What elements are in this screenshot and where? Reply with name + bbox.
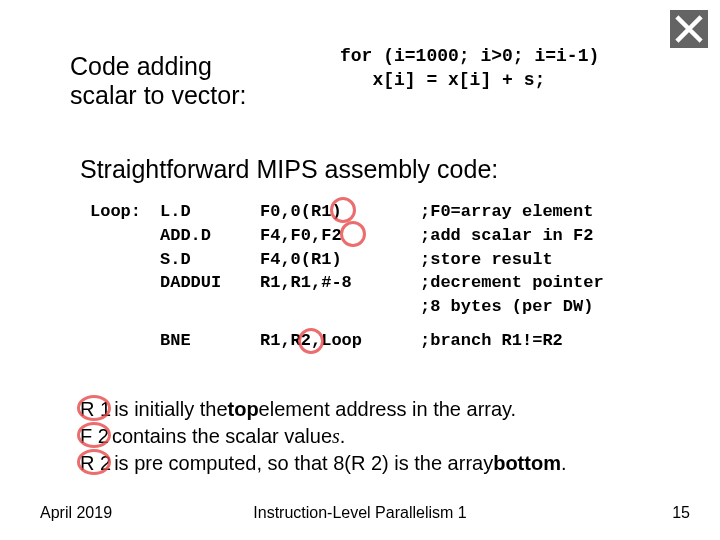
note-row: R 1 is initially the top element address… bbox=[80, 396, 567, 423]
slide-footer: April 2019 Instruction-Level Parallelism… bbox=[0, 504, 720, 522]
note-row: F 2 contains the scalar value s . bbox=[80, 423, 567, 450]
assembly-listing: Loop: L.D F0,0(R1) ;F0=array element ADD… bbox=[90, 200, 604, 353]
note-register-F2: F 2 bbox=[80, 423, 109, 450]
asm-args: R1,R2,Loop bbox=[260, 329, 420, 353]
slide-heading: Code adding scalar to vector: bbox=[70, 52, 246, 110]
asm-args: F0,0(R1) bbox=[260, 200, 420, 224]
footer-page-number: 15 bbox=[672, 504, 690, 522]
asm-comment: ;8 bytes (per DW) bbox=[420, 295, 593, 319]
asm-label bbox=[90, 224, 160, 248]
subheading: Straightforward MIPS assembly code: bbox=[80, 155, 498, 184]
asm-comment: ;store result bbox=[420, 248, 553, 272]
c-code-snippet: for (i=1000; i>0; i=i-1) x[i] = x[i] + s… bbox=[340, 44, 599, 93]
note-row: R 2 is pre computed, so that 8(R 2) is t… bbox=[80, 450, 567, 477]
asm-op: ADD.D bbox=[160, 224, 260, 248]
annotation-circle-icon bbox=[77, 395, 111, 421]
asm-args: R1,R1,#-8 bbox=[260, 271, 420, 295]
asm-args: F4,F0,F2 bbox=[260, 224, 420, 248]
asm-row: BNE R1,R2,Loop ;branch R1!=R2 bbox=[90, 329, 604, 353]
asm-row: ;8 bytes (per DW) bbox=[90, 295, 604, 319]
asm-args: F4,0(R1) bbox=[260, 248, 420, 272]
c-code-line1: for (i=1000; i>0; i=i-1) bbox=[340, 46, 599, 66]
annotation-circle-icon bbox=[77, 422, 111, 448]
asm-row: Loop: L.D F0,0(R1) ;F0=array element bbox=[90, 200, 604, 224]
asm-comment: ;add scalar in F2 bbox=[420, 224, 593, 248]
asm-op bbox=[160, 295, 260, 319]
institution-logo bbox=[670, 10, 708, 48]
asm-comment: ;F0=array element bbox=[420, 200, 593, 224]
heading-line2: scalar to vector: bbox=[70, 81, 246, 109]
heading-line1: Code adding bbox=[70, 52, 212, 80]
asm-row: ADD.D F4,F0,F2 ;add scalar in F2 bbox=[90, 224, 604, 248]
asm-comment: ;branch R1!=R2 bbox=[420, 329, 563, 353]
asm-label bbox=[90, 271, 160, 295]
asm-row: DADDUI R1,R1,#-8 ;decrement pointer bbox=[90, 271, 604, 295]
asm-label bbox=[90, 248, 160, 272]
explanatory-notes: R 1 is initially the top element address… bbox=[80, 396, 567, 477]
asm-comment: ;decrement pointer bbox=[420, 271, 604, 295]
asm-op: BNE bbox=[160, 329, 260, 353]
asm-op: L.D bbox=[160, 200, 260, 224]
aleph-icon bbox=[674, 14, 704, 44]
asm-op: DADDUI bbox=[160, 271, 260, 295]
asm-label: Loop: bbox=[90, 200, 160, 224]
asm-label bbox=[90, 329, 160, 353]
note-register-R2: R 2 bbox=[80, 450, 111, 477]
note-register-R1: R 1 bbox=[80, 396, 111, 423]
asm-op: S.D bbox=[160, 248, 260, 272]
annotation-circle-icon bbox=[77, 449, 111, 475]
c-code-line2: x[i] = x[i] + s; bbox=[340, 70, 545, 90]
asm-args bbox=[260, 295, 420, 319]
footer-date: April 2019 bbox=[40, 504, 112, 522]
asm-label bbox=[90, 295, 160, 319]
asm-row: S.D F4,0(R1) ;store result bbox=[90, 248, 604, 272]
